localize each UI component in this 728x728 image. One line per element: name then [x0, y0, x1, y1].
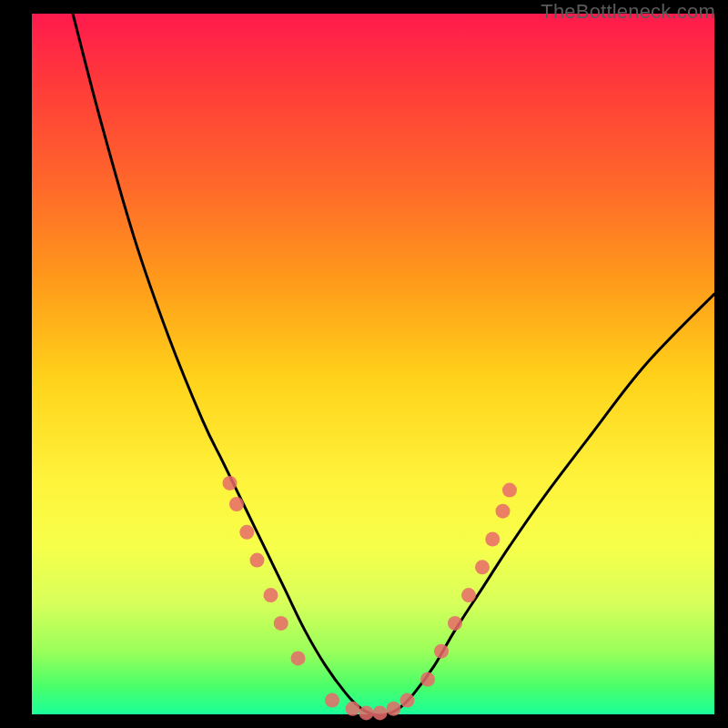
marker-point [325, 693, 339, 708]
marker-point [264, 588, 278, 602]
marker-point [229, 497, 244, 511]
chart-frame: TheBottleneck.com [0, 0, 728, 728]
marker-point [420, 672, 435, 687]
curve-svg [32, 14, 714, 714]
marker-group [223, 476, 518, 721]
marker-point [239, 525, 254, 540]
marker-point [496, 504, 511, 519]
marker-point [461, 588, 476, 602]
marker-point [387, 702, 401, 716]
marker-point [250, 553, 265, 568]
marker-point [434, 644, 449, 659]
plot-area [32, 14, 714, 714]
marker-point [502, 483, 517, 498]
marker-point [346, 702, 360, 716]
marker-point [448, 616, 462, 631]
marker-point [475, 560, 490, 574]
marker-point [223, 476, 238, 490]
marker-point [373, 705, 388, 720]
watermark-text: TheBottleneck.com [541, 0, 715, 24]
marker-point [291, 651, 306, 665]
marker-point [400, 693, 415, 708]
marker-point [485, 532, 500, 547]
marker-point [274, 616, 288, 631]
bottleneck-curve [73, 14, 714, 715]
marker-point [359, 705, 374, 720]
